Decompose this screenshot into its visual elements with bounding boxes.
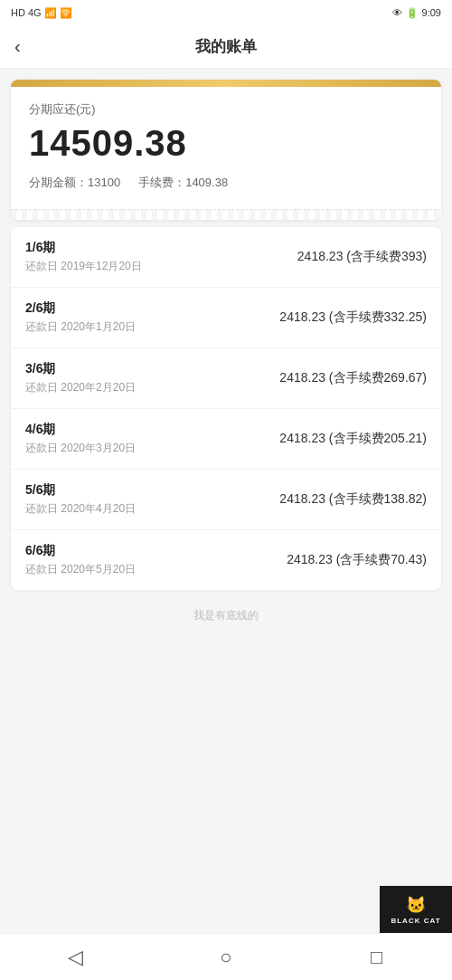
- nav-home-button[interactable]: ○: [204, 936, 248, 979]
- eye-icon: 👁: [392, 7, 402, 18]
- list-item: 2/6期 还款日 2020年1月20日 2418.23 (含手续费332.25): [11, 288, 441, 348]
- list-item: 5/6期 还款日 2020年4月20日 2418.23 (含手续费138.82): [11, 470, 441, 530]
- page-title: 我的账单: [195, 36, 257, 57]
- item-left-0: 1/6期 还款日 2019年12月20日: [25, 240, 142, 274]
- item-period-3: 4/6期: [25, 422, 136, 438]
- status-network: HD 4G: [11, 7, 42, 18]
- item-date-5: 还款日 2020年5月20日: [25, 562, 136, 577]
- item-left-5: 6/6期 还款日 2020年5月20日: [25, 543, 136, 577]
- header: ‹ 我的账单: [0, 25, 452, 69]
- battery-icon: 🔋: [406, 7, 419, 19]
- item-amount-1: 2418.23 (含手续费332.25): [279, 309, 427, 326]
- list-item: 6/6期 还款日 2020年5月20日 2418.23 (含手续费70.43): [11, 530, 441, 590]
- footer-text: 我是有底线的: [0, 590, 452, 633]
- item-period-1: 2/6期: [25, 300, 136, 317]
- item-date-4: 还款日 2020年4月20日: [25, 501, 136, 517]
- status-bar: HD 4G 📶 🛜 👁 🔋 9:09: [0, 0, 452, 25]
- item-left-1: 2/6期 还款日 2020年1月20日: [25, 300, 136, 335]
- item-amount-0: 2418.23 (含手续费393): [297, 249, 427, 265]
- list-item: 4/6期 还款日 2020年3月20日 2418.23 (含手续费205.21): [11, 409, 441, 470]
- item-left-2: 3/6期 还款日 2020年2月20日: [25, 361, 136, 395]
- item-amount-4: 2418.23 (含手续费138.82): [279, 491, 427, 508]
- card-wave: [11, 209, 441, 220]
- card-detail: 分期金额：13100 手续费：1409.38: [29, 175, 423, 191]
- item-period-5: 6/6期: [25, 543, 136, 559]
- item-date-0: 还款日 2019年12月20日: [25, 259, 142, 274]
- item-date-2: 还款日 2020年2月20日: [25, 380, 136, 395]
- item-left-3: 4/6期 还款日 2020年3月20日: [25, 422, 136, 456]
- status-left: HD 4G 📶 🛜: [11, 7, 72, 19]
- summary-card: 分期应还(元) 14509.38 分期金额：13100 手续费：1409.38: [11, 80, 441, 220]
- item-date-3: 还款日 2020年3月20日: [25, 441, 136, 456]
- wifi-icon: 🛜: [60, 7, 72, 19]
- card-amount: 14509.38: [29, 123, 423, 164]
- list-item: 1/6期 还款日 2019年12月20日 2418.23 (含手续费393): [11, 227, 441, 288]
- status-right: 👁 🔋 9:09: [392, 7, 441, 19]
- nav-recent-button[interactable]: □: [355, 936, 399, 979]
- black-cat-icon: 🐱: [406, 895, 426, 915]
- item-period-0: 1/6期: [25, 240, 142, 256]
- fee-detail: 手续费：1409.38: [138, 175, 228, 191]
- list-item: 3/6期 还款日 2020年2月20日 2418.23 (含手续费269.67): [11, 348, 441, 409]
- item-amount-5: 2418.23 (含手续费70.43): [287, 552, 427, 568]
- back-button[interactable]: ‹: [14, 36, 21, 57]
- status-time: 9:09: [422, 7, 441, 18]
- black-cat-badge: 🐱 BLACK CAT: [380, 886, 452, 933]
- installment-list: 1/6期 还款日 2019年12月20日 2418.23 (含手续费393) 2…: [11, 227, 441, 590]
- card-body: 分期应还(元) 14509.38 分期金额：13100 手续费：1409.38: [11, 87, 441, 209]
- signal-icon: 📶: [44, 7, 57, 19]
- gold-bar: [11, 80, 441, 87]
- item-amount-2: 2418.23 (含手续费269.67): [279, 370, 427, 386]
- black-cat-text: BLACK CAT: [391, 917, 440, 925]
- nav-back-button[interactable]: ◁: [53, 936, 97, 979]
- installment-detail: 分期金额：13100: [29, 175, 120, 191]
- card-label: 分期应还(元): [29, 101, 423, 118]
- item-left-4: 5/6期 还款日 2020年4月20日: [25, 482, 136, 517]
- item-period-4: 5/6期: [25, 482, 136, 499]
- item-period-2: 3/6期: [25, 361, 136, 377]
- bottom-nav: ◁ ○ □: [0, 933, 452, 980]
- item-amount-3: 2418.23 (含手续费205.21): [279, 431, 427, 447]
- item-date-1: 还款日 2020年1月20日: [25, 319, 136, 335]
